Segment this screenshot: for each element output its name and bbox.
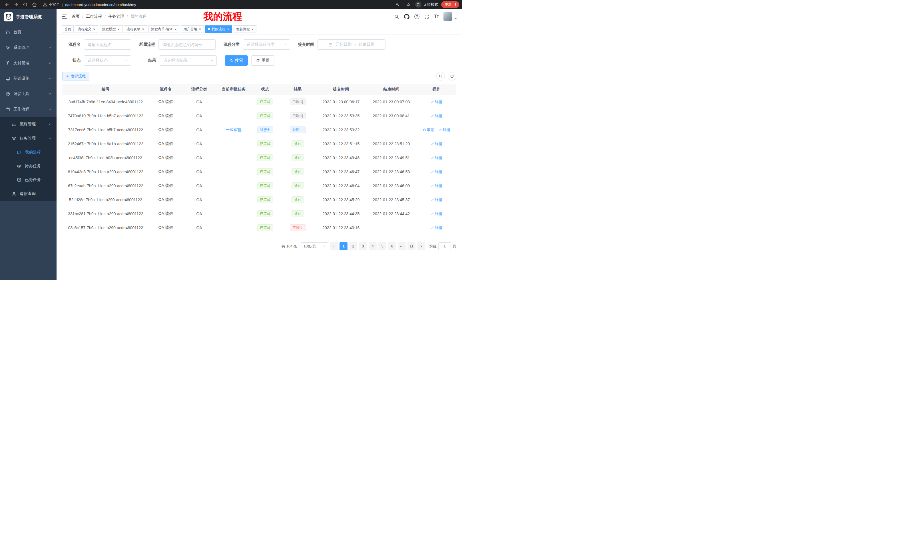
page-size-select[interactable]: 10条/页 — [301, 242, 328, 250]
search-icon[interactable] — [394, 14, 399, 19]
sidebar-item-task-mgmt[interactable]: 任务管理 — [0, 131, 57, 145]
row-category: OA — [183, 151, 216, 165]
sidebar-item-my-process[interactable]: 我的流程 — [0, 145, 57, 159]
tab-close-icon[interactable]: × — [93, 27, 96, 31]
detail-link[interactable]: 详情 — [430, 225, 442, 231]
detail-link[interactable]: 详情 — [430, 183, 442, 189]
filter-label-category: 流程分类 — [224, 42, 243, 47]
incognito-icon — [415, 1, 422, 8]
status-select[interactable]: 请选择状态 — [84, 55, 131, 66]
next-page-button[interactable] — [417, 242, 425, 250]
process-name-input[interactable] — [84, 39, 131, 49]
forward-icon[interactable] — [12, 1, 20, 8]
tab[interactable]: 流程定义 × — [75, 25, 98, 33]
detail-link[interactable]: 详情 — [439, 127, 450, 132]
detail-link[interactable]: 详情 — [430, 99, 442, 105]
sidebar-item-workflow[interactable]: 工作流程 — [0, 102, 57, 117]
row-id: ec45f38f-7b9a-11ec-b03b-acde48001122 — [62, 151, 149, 165]
page-number-6[interactable]: 6 — [388, 242, 396, 250]
cancel-link[interactable]: 取消 — [423, 127, 435, 132]
breadcrumb-home[interactable]: 首页 — [72, 14, 80, 19]
help-icon[interactable]: ? — [414, 14, 420, 19]
status-badge: 已完成 — [257, 168, 273, 175]
tab[interactable]: 流程表单-编辑 × — [148, 25, 180, 33]
status-badge: 已完成 — [257, 154, 273, 161]
avatar-caret-down-icon[interactable] — [454, 18, 457, 19]
tab-close-icon[interactable]: × — [251, 27, 254, 31]
page-number-3[interactable]: 3 — [359, 242, 367, 250]
sidebar-item-payment[interactable]: ¥ 支付管理 — [0, 55, 57, 71]
tab-close-icon[interactable]: × — [198, 27, 201, 31]
page-number-1[interactable]: 1 — [339, 242, 348, 250]
sidebar-item-process-mgmt[interactable]: 流程管理 — [0, 117, 57, 131]
security-warning[interactable]: 不安全 — [43, 2, 60, 7]
yen-icon: ¥ — [5, 60, 10, 66]
detail-link[interactable]: 详情 — [430, 169, 442, 174]
reset-button[interactable]: 重置 — [251, 55, 274, 66]
sidebar-item-devtools[interactable]: 研发工具 — [0, 86, 57, 102]
sidebar-item-infrastructure[interactable]: 基础设施 — [0, 71, 57, 86]
back-icon[interactable] — [3, 1, 11, 8]
address-bar[interactable]: 不安全 | dashboard.yudao.iocoder.cn/bpm/tas… — [43, 2, 392, 7]
hamburger-icon[interactable] — [62, 14, 67, 19]
category-select[interactable]: 请选择流程分类 — [243, 39, 290, 49]
page-number-5[interactable]: 5 — [378, 242, 386, 250]
create-process-button[interactable]: 发起流程 — [62, 72, 89, 81]
tab[interactable]: 发起流程 × — [234, 25, 257, 33]
page-number-11[interactable]: 11 — [408, 242, 416, 250]
pagination-total: 共 104 条 — [282, 244, 297, 249]
person-icon — [11, 191, 16, 196]
avatar[interactable] — [444, 12, 452, 21]
tab-close-icon[interactable]: × — [142, 27, 144, 31]
result-select[interactable]: 请选择流结果 — [160, 55, 217, 66]
tab[interactable]: 流程模型 × — [100, 25, 123, 33]
sidebar-item-todo-tasks[interactable]: 待办任务 — [0, 159, 57, 173]
breadcrumb: 首页 / 工作流程 / 任务管理 / 我的流程 — [72, 14, 147, 19]
refresh-table-icon[interactable] — [448, 72, 456, 81]
tab-close-icon[interactable]: × — [117, 27, 120, 31]
update-button[interactable]: 更新 — [441, 1, 459, 8]
sidebar-item-leave-query[interactable]: 请假查询 — [0, 187, 57, 201]
browser-menu-dots-icon[interactable] — [453, 3, 458, 7]
tab[interactable]: 首页 — [62, 25, 74, 33]
detail-link[interactable]: 详情 — [430, 155, 442, 160]
page-numbers: 123456···11 — [339, 242, 416, 250]
fullscreen-icon[interactable] — [424, 14, 429, 19]
goto-page-input[interactable] — [438, 242, 451, 250]
row-submit-time: 2022-01-22 23:44:35 — [316, 207, 366, 221]
sidebar-item-done-tasks[interactable]: 已办任务 — [0, 173, 57, 187]
breadcrumb-task-mgmt[interactable]: 任务管理 — [108, 14, 124, 19]
tab[interactable]: 流程表单 × — [124, 25, 147, 33]
prev-page-button[interactable] — [330, 242, 338, 250]
tab[interactable]: 我的流程 × — [205, 25, 232, 33]
row-name: OA 请假 — [149, 207, 183, 221]
breadcrumb-workflow[interactable]: 工作流程 — [86, 14, 102, 19]
detail-link[interactable]: 详情 — [430, 197, 442, 202]
detail-link[interactable]: 详情 — [430, 211, 442, 216]
toggle-search-icon[interactable] — [436, 72, 445, 81]
process-definition-input[interactable] — [159, 39, 216, 49]
tab[interactable]: 用户分组 × — [181, 25, 204, 33]
detail-link[interactable]: 详情 — [430, 141, 442, 147]
key-icon[interactable] — [393, 1, 402, 8]
home-icon[interactable] — [30, 1, 38, 8]
row-result-cell: 通过 — [279, 137, 316, 151]
page-number-2[interactable]: 2 — [349, 242, 357, 250]
current-task-link[interactable]: 一级审批 — [226, 127, 242, 132]
bookmark-star-icon[interactable] — [404, 1, 412, 8]
github-icon[interactable] — [404, 14, 410, 19]
table-row: 03c6c157-7b9a-11ec-a290-acde48001122 OA … — [62, 221, 456, 235]
sidebar: 芋道管理系统 首页 系统管理 ¥ 支付管理 — [0, 9, 57, 280]
page-ellipsis[interactable]: ··· — [398, 242, 406, 250]
sidebar-item-home[interactable]: 首页 — [0, 24, 57, 40]
tab-close-icon[interactable]: × — [174, 27, 177, 31]
page-number-4[interactable]: 4 — [369, 242, 376, 250]
font-size-icon[interactable]: TT — [434, 14, 439, 19]
submit-time-range-picker[interactable]: 开始日期 - 结束日期 — [318, 39, 386, 49]
sidebar-item-system[interactable]: 系统管理 — [0, 40, 57, 55]
reload-icon[interactable] — [21, 1, 29, 8]
detail-link[interactable]: 详情 — [430, 113, 442, 118]
tab-close-icon[interactable]: × — [227, 27, 230, 31]
flow-branch-icon — [11, 136, 16, 141]
search-button[interactable]: 搜索 — [225, 55, 248, 66]
